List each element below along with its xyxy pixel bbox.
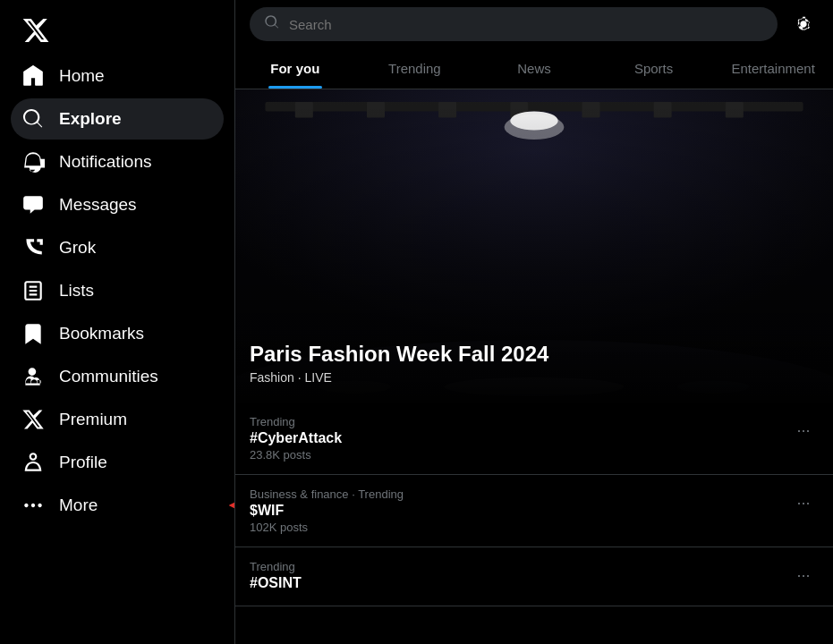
sidebar-item-premium[interactable]: Premium xyxy=(11,399,224,440)
trending-category: Trending xyxy=(250,560,788,573)
trending-item[interactable]: Business & finance · Trending $WIF 102K … xyxy=(235,475,833,547)
trending-more-button[interactable]: ··· xyxy=(788,415,819,445)
search-bar[interactable] xyxy=(250,7,778,41)
sidebar-item-notifications-label: Notifications xyxy=(59,152,152,172)
hero-subtitle: Fashion · LIVE xyxy=(250,370,819,385)
trending-more-button[interactable]: ··· xyxy=(788,560,819,590)
tabs-bar: For you Trending News Sports Entertainme… xyxy=(235,48,833,89)
home-icon xyxy=(21,64,45,88)
trending-item[interactable]: Trending #OSINT ··· xyxy=(235,547,833,606)
notifications-icon xyxy=(21,150,45,174)
sidebar-item-profile[interactable]: Profile xyxy=(11,442,224,483)
sidebar-item-profile-label: Profile xyxy=(59,453,107,472)
trending-name: #CyberAttack xyxy=(250,430,788,446)
sidebar-item-lists-label: Lists xyxy=(59,281,94,301)
sidebar-item-explore[interactable]: Explore xyxy=(11,98,224,140)
settings-button[interactable] xyxy=(788,9,819,39)
sidebar-item-bookmarks[interactable]: Bookmarks xyxy=(11,313,224,354)
sidebar-item-lists[interactable]: Lists xyxy=(11,270,224,311)
trending-item[interactable]: Trending #CyberAttack 23.8K posts ··· xyxy=(235,402,833,475)
sidebar: Home Explore Notifications Messages Grok… xyxy=(0,0,235,644)
hero-content: Paris Fashion Week Fall 2024 Fashion · L… xyxy=(235,324,833,402)
explore-icon xyxy=(21,107,45,131)
communities-icon xyxy=(21,365,45,388)
trending-item-info: Trending #CyberAttack 23.8K posts xyxy=(250,415,788,462)
trending-name: $WIF xyxy=(250,503,788,519)
sidebar-item-more-label: More xyxy=(59,496,98,515)
sidebar-item-home-label: Home xyxy=(59,66,105,86)
sidebar-item-premium-label: Premium xyxy=(59,410,127,429)
tab-sports[interactable]: Sports xyxy=(594,48,714,89)
tab-entertainment[interactable]: Entertainment xyxy=(713,48,833,89)
sidebar-item-notifications[interactable]: Notifications xyxy=(11,141,224,182)
profile-icon xyxy=(21,451,45,474)
premium-icon xyxy=(21,408,45,431)
sidebar-item-explore-label: Explore xyxy=(59,109,122,129)
sidebar-item-grok[interactable]: Grok xyxy=(11,227,224,268)
sidebar-item-communities-label: Communities xyxy=(59,367,158,386)
main-content: For you Trending News Sports Entertainme… xyxy=(235,0,833,644)
trending-item-info: Business & finance · Trending $WIF 102K … xyxy=(250,487,788,534)
trending-category: Trending xyxy=(250,415,788,428)
trending-more-button[interactable]: ··· xyxy=(788,487,819,518)
trending-name: #OSINT xyxy=(250,575,788,591)
sidebar-item-communities[interactable]: Communities xyxy=(11,356,224,397)
more-icon xyxy=(21,494,45,517)
trending-item-info: Trending #OSINT xyxy=(250,560,788,593)
messages-icon xyxy=(21,193,45,216)
search-input[interactable] xyxy=(289,17,763,32)
header xyxy=(235,0,833,48)
grok-icon xyxy=(21,236,45,259)
sidebar-item-messages[interactable]: Messages xyxy=(11,184,224,225)
tab-for-you[interactable]: For you xyxy=(235,48,355,89)
sidebar-item-home[interactable]: Home xyxy=(11,55,224,97)
bookmarks-icon xyxy=(21,322,45,345)
hero-image-section[interactable]: Paris Fashion Week Fall 2024 Fashion · L… xyxy=(235,89,833,402)
trending-list: Trending #CyberAttack 23.8K posts ··· Bu… xyxy=(235,402,833,606)
search-icon xyxy=(264,14,280,34)
sidebar-item-more[interactable]: More xyxy=(11,485,224,526)
red-arrow-annotation xyxy=(228,493,235,518)
trending-category: Business & finance · Trending xyxy=(250,487,788,501)
trending-posts: 102K posts xyxy=(250,521,788,534)
tab-trending[interactable]: Trending xyxy=(355,48,475,89)
logo[interactable] xyxy=(11,7,224,52)
sidebar-item-bookmarks-label: Bookmarks xyxy=(59,324,144,343)
sidebar-item-grok-label: Grok xyxy=(59,238,96,258)
sidebar-item-messages-label: Messages xyxy=(59,195,137,215)
lists-icon xyxy=(21,279,45,302)
trending-posts: 23.8K posts xyxy=(250,448,788,462)
tab-news[interactable]: News xyxy=(474,48,594,89)
hero-title: Paris Fashion Week Fall 2024 xyxy=(250,342,819,367)
x-logo-icon xyxy=(21,16,50,45)
